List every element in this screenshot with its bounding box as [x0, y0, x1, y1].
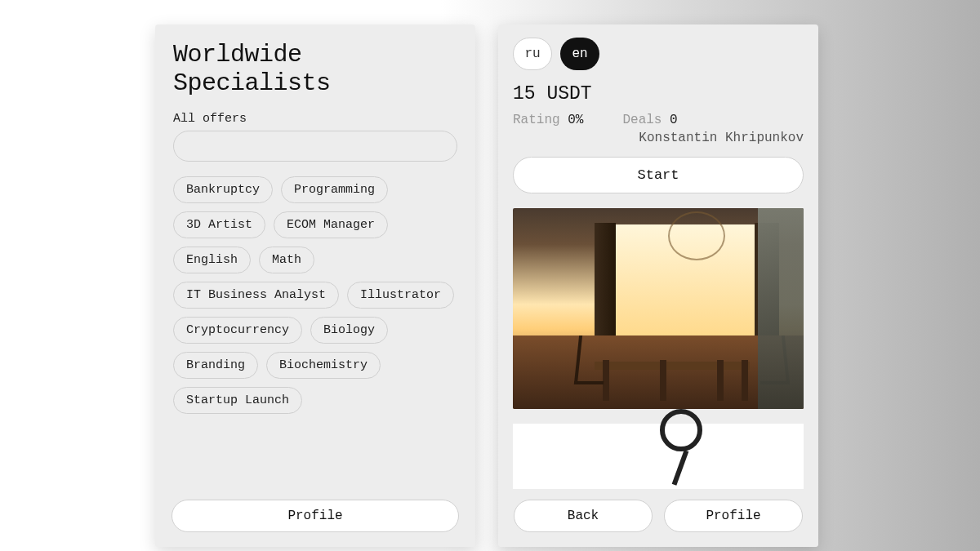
tag-biology[interactable]: Biology: [310, 317, 388, 344]
rating-label: Rating: [513, 113, 560, 127]
offers-panel: Worldwide Specialists All offers Bankrup…: [155, 24, 475, 547]
offer-author: Konstantin Khripunkov: [513, 131, 804, 145]
offer-detail-panel: ru en 15 USDT Rating 0% Deals 0 Konstant…: [498, 24, 818, 547]
deals-value: 0: [670, 113, 678, 127]
search-input[interactable]: [173, 131, 457, 162]
offer-price: 15 USDT: [513, 83, 804, 104]
page-title: Worldwide Specialists: [173, 41, 457, 97]
tag-branding[interactable]: Branding: [173, 352, 258, 379]
profile-button[interactable]: Profile: [172, 500, 459, 532]
tag-biochemistry[interactable]: Biochemistry: [266, 352, 381, 379]
tag-programming[interactable]: Programming: [281, 176, 388, 203]
tag-startup-launch[interactable]: Startup Launch: [173, 387, 302, 414]
tag-3d-artist[interactable]: 3D Artist: [173, 211, 265, 238]
tag-english[interactable]: English: [173, 247, 251, 273]
tag-math[interactable]: Math: [259, 247, 314, 273]
lang-ru[interactable]: ru: [513, 38, 552, 70]
language-switch: ru en: [513, 38, 804, 70]
profile-button-right[interactable]: Profile: [664, 500, 803, 532]
rating-value: 0%: [568, 113, 583, 127]
offer-hero-image: [513, 208, 804, 409]
tag-cryptocurrency[interactable]: Cryptocurrency: [173, 317, 302, 344]
lang-en[interactable]: en: [560, 38, 599, 70]
tag-illustrator[interactable]: Illustrator: [347, 282, 454, 309]
deals-label: Deals: [622, 113, 662, 127]
title-line-2: Specialists: [173, 69, 331, 97]
tag-list: Bankruptcy Programming 3D Artist ECOM Ma…: [173, 176, 457, 414]
offer-meta: Rating 0% Deals 0: [513, 113, 804, 127]
tag-it-business-analyst[interactable]: IT Business Analyst: [173, 282, 339, 309]
back-button[interactable]: Back: [514, 500, 653, 532]
offer-secondary-image: [513, 424, 804, 489]
title-line-1: Worldwide: [173, 41, 302, 69]
equipment-icon: [660, 409, 702, 451]
start-button[interactable]: Start: [513, 157, 804, 193]
tag-bankruptcy[interactable]: Bankruptcy: [173, 176, 273, 203]
tag-ecom-manager[interactable]: ECOM Manager: [274, 211, 388, 238]
offers-subhead: All offers: [173, 112, 457, 126]
